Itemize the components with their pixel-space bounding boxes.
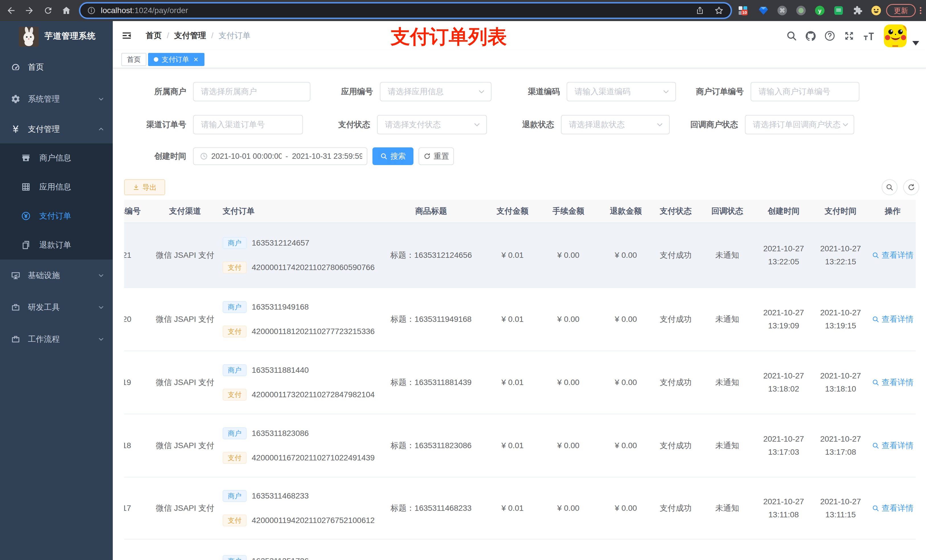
extension-chat-icon[interactable] [830, 2, 847, 19]
cell-title: 标题：1635312124656 [375, 223, 487, 287]
filter-channel-code-select[interactable]: 请输入渠道编码 [567, 82, 676, 101]
cell-order: 商户1635312124657 支付4200001174202110278060… [217, 223, 375, 287]
header-help-button[interactable] [824, 30, 835, 42]
sidebar-item-pay-order[interactable]: 支付订单 [0, 201, 113, 231]
filter-app-select[interactable]: 请选择应用信息 [380, 82, 492, 101]
sidebar-item-devtool[interactable]: 研发工具 [0, 291, 113, 323]
view-detail-link[interactable]: 查看详情 [872, 314, 914, 325]
filter-create-time-range[interactable]: 2021-10-01 00:00:00 - 2021-10-31 23:59:5… [193, 147, 367, 165]
filter-label-pay-status: 支付状态 [296, 115, 370, 134]
header-fullscreen-button[interactable] [843, 30, 855, 42]
filter-channel-order-no-input[interactable]: 请输入渠道订单号 [193, 115, 303, 134]
download-icon [133, 184, 139, 191]
filter-merchant-select[interactable]: 请选择所属商户 [193, 82, 310, 101]
extension-grid-icon[interactable]: 10 [735, 2, 751, 19]
avatar-caret-button[interactable] [912, 41, 919, 45]
sidebar-logo[interactable]: 芋道管理系统 [0, 21, 113, 51]
placeholder-text: 请选择应用信息 [388, 86, 478, 97]
extension-y-icon[interactable]: y [811, 2, 828, 19]
view-detail-link[interactable]: 查看详情 [872, 503, 914, 514]
sidebar-item-infra[interactable]: 基础设施 [0, 260, 113, 291]
search-button[interactable]: 搜索 [372, 147, 413, 165]
sidebar-item-merchant-info[interactable]: 商户信息 [0, 143, 113, 172]
cell-title: 标题：1635311949168 [375, 288, 487, 350]
sidebar-item-app-info[interactable]: 应用信息 [0, 172, 113, 201]
extension-recorder-icon[interactable] [793, 2, 809, 19]
arrow-right-icon [24, 5, 35, 16]
pay-order-no: 4200001181202110277723215336 [252, 327, 375, 336]
sidebar-item-workflow[interactable]: 工作流程 [0, 323, 113, 355]
browser-update-button[interactable]: 更新 [886, 4, 916, 17]
extension-emoji-icon[interactable] [868, 2, 884, 19]
reset-button[interactable]: 重置 [419, 147, 454, 165]
merchant-tag: 商户 [223, 301, 247, 313]
chevron-down-icon [842, 121, 849, 128]
bookmark-star-icon[interactable] [714, 6, 724, 15]
cell-fee: ¥ 0.00 [538, 288, 599, 350]
share-icon[interactable] [695, 6, 705, 15]
extension-diamond-icon[interactable] [755, 2, 772, 19]
table-header-row: 订单编号 支付渠道 支付订单 商品标题 支付金额 手续金额 退款金额 支付状态 … [124, 200, 916, 223]
refresh-table-button[interactable] [903, 179, 919, 195]
col-header-fee: 手续金额 [538, 200, 599, 222]
briefcase-icon [11, 302, 21, 312]
cell-channel: 微信 JSAPI 支付 [153, 351, 217, 414]
cell-notify: 未通知 [699, 223, 756, 287]
sidebar-toggle-button[interactable] [121, 30, 132, 41]
filter-pay-status-select[interactable]: 请选择支付状态 [377, 115, 487, 134]
colored-grid-icon: 10 [737, 5, 749, 16]
breadcrumb-home[interactable]: 首页 [146, 30, 162, 41]
browser-home-button[interactable] [58, 2, 75, 19]
filter-refund-status-select[interactable]: 请选择退款状态 [561, 115, 670, 134]
site-info-icon[interactable] [87, 6, 96, 15]
breadcrumb-section[interactable]: 支付管理 [174, 30, 206, 41]
filter-merchant-order-no-input[interactable]: 请输入商户订单编号 [750, 82, 859, 101]
cell-id: 118 [124, 414, 153, 477]
extension-command-icon[interactable]: ⌘ [774, 2, 790, 19]
pay-order-no: 4200001167202110271022491439 [252, 453, 375, 462]
tags-view-bar [113, 50, 926, 68]
address-bar[interactable]: localhost:1024/pay/order [79, 2, 732, 19]
cell-amount: ¥ 0.01 [487, 288, 538, 350]
search-icon [380, 152, 387, 160]
header-fontsize-button[interactable] [863, 30, 874, 42]
filter-callback-status-select[interactable]: 请选择订单回调商户状态 [745, 115, 854, 134]
sidebar-item-home[interactable]: 首页 [0, 51, 113, 83]
export-button[interactable]: 导出 [124, 179, 165, 195]
clock-icon [200, 152, 208, 160]
browser-toolbar: localhost:1024/pay/order 10 ⌘ y [0, 0, 926, 21]
pay-tag: 支付 [223, 452, 247, 464]
sidebar-item-system[interactable]: 系统管理 [0, 83, 113, 115]
rabbit-logo-icon [19, 27, 39, 47]
cell-refund: ¥ 0.00 [599, 351, 653, 414]
browser-forward-button[interactable] [21, 2, 38, 19]
toggle-search-button[interactable] [882, 179, 897, 195]
table-row: 119 微信 JSAPI 支付 商户1635311881440 支付420000… [124, 351, 916, 414]
browser-back-button[interactable] [3, 2, 20, 19]
placeholder-text: 请输入商户订单编号 [758, 86, 853, 97]
close-icon[interactable] [193, 57, 199, 62]
sidebar-item-refund-order[interactable]: 退款订单 [0, 231, 113, 260]
breadcrumb-separator: / [211, 31, 213, 40]
date-start-value: 2021-10-01 00:00:00 [211, 152, 281, 161]
view-detail-link[interactable]: 查看详情 [872, 377, 914, 388]
tag-pay-order[interactable]: 支付订单 [148, 53, 204, 66]
browser-reload-button[interactable] [40, 2, 56, 19]
header-github-button[interactable] [805, 30, 816, 42]
cell-amount: ¥ 0.01 [487, 477, 538, 539]
filter-label-channel-code: 渠道编码 [486, 82, 560, 101]
view-detail-link[interactable]: 查看详情 [872, 250, 914, 261]
yen-circle-icon [21, 211, 31, 221]
browser-menu-button[interactable] [912, 2, 926, 19]
cell-create-time: 2021-10-2713:17:03 [756, 414, 811, 477]
merchant-order-no: 1635311468233 [252, 491, 309, 501]
extensions-puzzle-icon[interactable] [849, 2, 865, 19]
cell-pay-time: 2021-10-2713:17:08 [811, 414, 870, 477]
sidebar-item-pay[interactable]: 支付管理 [0, 115, 113, 143]
header-search-button[interactable] [786, 30, 797, 42]
view-detail-link[interactable]: 查看详情 [872, 440, 914, 451]
dashboard-icon [11, 62, 21, 72]
placeholder-text: 请选择订单回调商户状态 [753, 119, 842, 130]
user-avatar[interactable] [884, 24, 906, 47]
tag-home[interactable]: 首页 [121, 53, 146, 66]
